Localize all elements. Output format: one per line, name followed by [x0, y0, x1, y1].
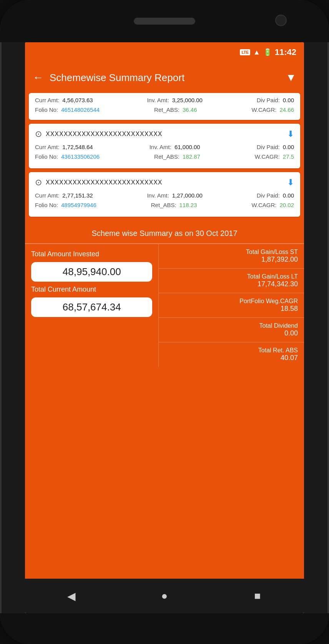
total-current-value: 68,57,674.34 — [63, 301, 121, 313]
div-paid-value-partial: 0.00 — [283, 97, 294, 103]
card2-ret-value: 118.23 — [179, 202, 197, 208]
card2-div-value: 0.00 — [283, 192, 294, 199]
back-nav-button[interactable]: ◀ — [60, 584, 83, 607]
wcagr-value-partial: 24.66 — [279, 106, 294, 113]
div-paid-label-partial: Div Paid: — [257, 97, 280, 103]
page-title: Schemewise Summary Report — [50, 72, 279, 84]
inv-amt-value-partial: 3,25,000.00 — [172, 97, 203, 103]
wcagr-label-partial: W.CAGR: — [251, 106, 276, 113]
battery-icon: 🔋 — [263, 48, 272, 56]
phone-shell: LTE ▲ 🔋 11:42 ← Schemewise Summary Repor… — [0, 0, 329, 644]
partial-card: Curr Amt: 4,56,073.63 Inv. Amt: 3,25,000… — [29, 93, 300, 120]
total-ret-abs-label: Total Ret. ABS — [258, 347, 298, 354]
card1-ret-label: Ret_ABS: — [154, 153, 179, 160]
summary-left-col: Total Amount Invested 48,95,940.00 Total… — [25, 244, 159, 367]
gain-loss-st-row: Total Gain/Loss ST 1,87,392.00 — [159, 244, 304, 269]
card1-name: XXXXXXXXXXXXXXXXXXXXXXXXXX — [46, 131, 162, 138]
card1-wcagr-value: 27.5 — [283, 153, 294, 160]
partial-card-row2: Folio No: 465148026544 Ret_ABS: 36.46 W.… — [35, 106, 294, 113]
total-dividend-label: Total Dividend — [259, 322, 298, 329]
card1-folio-value[interactable]: 436133506206 — [61, 153, 100, 160]
person-icon-1: ⊙ — [35, 129, 42, 139]
app-header: ← Schemewise Summary Report ▼ — [25, 62, 304, 93]
back-button[interactable]: ← — [33, 71, 43, 84]
gain-loss-lt-row: Total Gain/Loss LT 17,74,342.30 — [159, 269, 304, 293]
card1-title-row: ⊙ XXXXXXXXXXXXXXXXXXXXXXXXXX — [35, 129, 287, 139]
card1-ret-value: 182.87 — [183, 153, 200, 160]
partial-card-row1: Curr Amt: 4,56,073.63 Inv. Amt: 3,25,000… — [35, 97, 294, 103]
portfolio-wcagr-label: PortFolio Weg.CAGR — [239, 298, 298, 305]
summary-section: Scheme wise Summary as on 30 Oct 2017 To… — [25, 221, 304, 367]
card1-inv-value: 61,000.00 — [174, 144, 200, 150]
folio-value-partial[interactable]: 465148026544 — [61, 106, 100, 113]
total-ret-abs-row: Total Ret. ABS 40.07 — [159, 342, 304, 367]
download-icon-2[interactable]: ⬇ — [287, 178, 294, 188]
gain-loss-lt-label: Total Gain/Loss LT — [247, 273, 298, 280]
card2-title-row: ⊙ XXXXXXXXXXXXXXXXXXXXXXXXXX — [35, 178, 287, 188]
portfolio-wcagr-value: 18.58 — [281, 305, 298, 313]
summary-title: Scheme wise Summary as on 30 Oct 2017 — [25, 224, 304, 244]
filter-icon[interactable]: ▼ — [286, 71, 296, 84]
phone-bottom-bezel — [0, 613, 329, 644]
summary-right-col: Total Gain/Loss ST 1,87,392.00 Total Gai… — [159, 244, 304, 367]
card1-div-value: 0.00 — [283, 144, 294, 150]
card1-row1: Curr Amt: 1,72,548.64 Inv. Amt: 61,000.0… — [35, 144, 294, 150]
card1-folio-label: Folio No: — [35, 153, 58, 160]
phone-top-bezel — [0, 0, 329, 42]
curr-amt-label-partial: Curr Amt: — [35, 97, 59, 103]
card2-div-label: Div Paid: — [257, 192, 280, 199]
card2-wcagr-value: 20.02 — [279, 202, 294, 208]
card2-inv-value: 1,27,000.00 — [172, 192, 203, 199]
card2-row2: Folio No: 48954979946 Ret_ABS: 118.23 W.… — [35, 202, 294, 208]
card1-curr-label: Curr Amt: — [35, 144, 59, 150]
status-bar: LTE ▲ 🔋 11:42 — [25, 42, 304, 62]
card2-curr-value: 2,77,151.32 — [62, 192, 93, 199]
card2-ret-label: Ret_ABS: — [151, 202, 176, 208]
gain-loss-st-label: Total Gain/Loss ST — [246, 249, 298, 256]
card2-name: XXXXXXXXXXXXXXXXXXXXXXXXXX — [46, 179, 162, 186]
card1-wcagr-label: W.CAGR: — [255, 153, 280, 160]
content-area: Curr Amt: 4,56,073.63 Inv. Amt: 3,25,000… — [25, 93, 304, 579]
card1-curr-value: 1,72,548.64 — [62, 144, 93, 150]
home-nav-button[interactable]: ● — [153, 584, 176, 607]
card1-header: ⊙ XXXXXXXXXXXXXXXXXXXXXXXXXX ⬇ — [35, 129, 294, 139]
scheme-card-1: ⊙ XXXXXXXXXXXXXXXXXXXXXXXXXX ⬇ Curr Amt:… — [29, 124, 300, 168]
nav-bar: ◀ ● ■ — [25, 579, 304, 613]
scheme-card-2: ⊙ XXXXXXXXXXXXXXXXXXXXXXXXXX ⬇ Curr Amt:… — [29, 172, 300, 217]
card2-curr-label: Curr Amt: — [35, 192, 59, 199]
total-current-label: Total Current Amount — [31, 285, 96, 294]
card1-inv-label: Inv. Amt: — [150, 144, 171, 150]
portfolio-wcagr-row: PortFolio Weg.CAGR 18.58 — [159, 293, 304, 318]
card2-folio-label: Folio No: — [35, 202, 58, 208]
ret-abs-label-partial: Ret_ABS: — [154, 106, 179, 113]
camera — [275, 15, 287, 26]
card2-wcagr-label: W.CAGR: — [251, 202, 276, 208]
ret-abs-value-partial: 36.46 — [183, 106, 197, 113]
inv-amt-label-partial: Inv. Amt: — [147, 97, 169, 103]
curr-amt-value-partial: 4,56,073.63 — [62, 97, 93, 103]
speaker — [134, 18, 195, 25]
total-dividend-value: 0.00 — [284, 329, 298, 337]
card1-row2: Folio No: 436133506206 Ret_ABS: 182.87 W… — [35, 153, 294, 160]
total-invested-label: Total Amount Invested — [31, 250, 99, 258]
card2-header: ⊙ XXXXXXXXXXXXXXXXXXXXXXXXXX ⬇ — [35, 178, 294, 188]
gain-loss-st-value: 1,87,392.00 — [261, 256, 298, 264]
card2-row1: Curr Amt: 2,77,151.32 Inv. Amt: 1,27,000… — [35, 192, 294, 199]
time-display: 11:42 — [275, 47, 296, 57]
summary-grid: Total Amount Invested 48,95,940.00 Total… — [25, 244, 304, 367]
screen: LTE ▲ 🔋 11:42 ← Schemewise Summary Repor… — [25, 42, 304, 613]
person-icon-2: ⊙ — [35, 178, 42, 188]
card2-inv-label: Inv. Amt: — [147, 192, 169, 199]
recents-nav-button[interactable]: ■ — [246, 584, 269, 607]
card1-div-label: Div Paid: — [257, 144, 280, 150]
lte-badge: LTE — [240, 49, 250, 55]
total-invested-value: 48,95,940.00 — [63, 266, 121, 277]
total-dividend-row: Total Dividend 0.00 — [159, 318, 304, 342]
download-icon-1[interactable]: ⬇ — [287, 129, 294, 139]
card2-folio-value[interactable]: 48954979946 — [61, 202, 96, 208]
total-current-box: 68,57,674.34 — [31, 297, 152, 317]
signal-icon: ▲ — [253, 48, 260, 56]
status-icons: LTE ▲ 🔋 11:42 — [240, 47, 296, 57]
total-invested-box: 48,95,940.00 — [31, 262, 152, 282]
total-ret-abs-value: 40.07 — [281, 354, 298, 362]
